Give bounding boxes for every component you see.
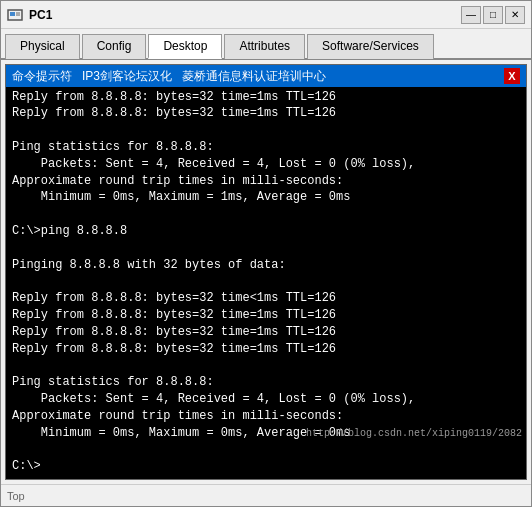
- bottom-label: Top: [7, 490, 25, 502]
- tab-bar: Physical Config Desktop Attributes Softw…: [1, 29, 531, 60]
- maximize-button[interactable]: □: [483, 6, 503, 24]
- cmd-line: Approximate round trip times in milli-se…: [12, 173, 520, 190]
- cmd-line: [12, 122, 520, 139]
- cmd-line: [12, 206, 520, 223]
- cmd-title-bar: 命令提示符 IP3剑客论坛汉化 菱桥通信息料认证培训中心 X: [6, 65, 526, 87]
- window-controls: — □ ✕: [461, 6, 525, 24]
- tab-attributes[interactable]: Attributes: [224, 34, 305, 59]
- cmd-line: Reply from 8.8.8.8: bytes=32 time=1ms TT…: [12, 105, 520, 122]
- tab-desktop[interactable]: Desktop: [148, 34, 222, 59]
- tab-software[interactable]: Software/Services: [307, 34, 434, 59]
- cmd-line: [12, 441, 520, 458]
- cmd-line: Reply from 8.8.8.8: bytes=32 time=1ms TT…: [12, 89, 520, 106]
- main-window: PC1 — □ ✕ Physical Config Desktop Attrib…: [0, 0, 532, 507]
- cmd-close-button[interactable]: X: [504, 68, 520, 84]
- cmd-line: Minimum = 0ms, Maximum = 1ms, Average = …: [12, 189, 520, 206]
- cmd-title-part1: 命令提示符: [12, 68, 72, 85]
- cmd-line: Reply from 8.8.8.8: bytes=32 time=1ms TT…: [12, 307, 520, 324]
- cmd-line: Reply from 8.8.8.8: bytes=32 time=1ms TT…: [12, 341, 520, 358]
- cmd-line: Reply from 8.8.8.8: bytes=32 time<1ms TT…: [12, 290, 520, 307]
- cmd-line: Ping statistics for 8.8.8.8:: [12, 139, 520, 156]
- cmd-line: C:\>: [12, 458, 520, 475]
- svg-rect-1: [10, 12, 15, 16]
- title-bar: PC1 — □ ✕: [1, 1, 531, 29]
- cmd-line: [12, 357, 520, 374]
- cmd-body[interactable]: Reply from 8.8.8.8: bytes=32 time<1ms TT…: [6, 87, 526, 479]
- cmd-line: Pinging 8.8.8.8 with 32 bytes of data:: [12, 257, 520, 274]
- window-title: PC1: [29, 8, 461, 22]
- cmd-window: 命令提示符 IP3剑客论坛汉化 菱桥通信息料认证培训中心 X Reply fro…: [5, 64, 527, 480]
- cmd-line: C:\>ping 8.8.8.8: [12, 223, 520, 240]
- cmd-title-part2: IP3剑客论坛汉化: [82, 68, 172, 85]
- cmd-line: Approximate round trip times in milli-se…: [12, 408, 520, 425]
- tab-config[interactable]: Config: [82, 34, 147, 59]
- cmd-line: Packets: Sent = 4, Received = 4, Lost = …: [12, 391, 520, 408]
- content-area: 命令提示符 IP3剑客论坛汉化 菱桥通信息料认证培训中心 X Reply fro…: [1, 60, 531, 484]
- cmd-title-text: 命令提示符 IP3剑客论坛汉化 菱桥通信息料认证培训中心: [12, 68, 326, 85]
- cmd-line: Packets: Sent = 4, Received = 4, Lost = …: [12, 156, 520, 173]
- bottom-bar: Top: [1, 484, 531, 506]
- close-button[interactable]: ✕: [505, 6, 525, 24]
- cmd-line: [12, 273, 520, 290]
- minimize-button[interactable]: —: [461, 6, 481, 24]
- cmd-title-part3: 菱桥通信息料认证培训中心: [182, 68, 326, 85]
- cmd-line: [12, 240, 520, 257]
- cmd-line: Reply from 8.8.8.8: bytes=32 time=1ms TT…: [12, 324, 520, 341]
- watermark: http://blog.csdn.net/xiping0119/2082: [306, 427, 522, 441]
- tab-physical[interactable]: Physical: [5, 34, 80, 59]
- window-icon: [7, 7, 23, 23]
- cmd-line: Ping statistics for 8.8.8.8:: [12, 374, 520, 391]
